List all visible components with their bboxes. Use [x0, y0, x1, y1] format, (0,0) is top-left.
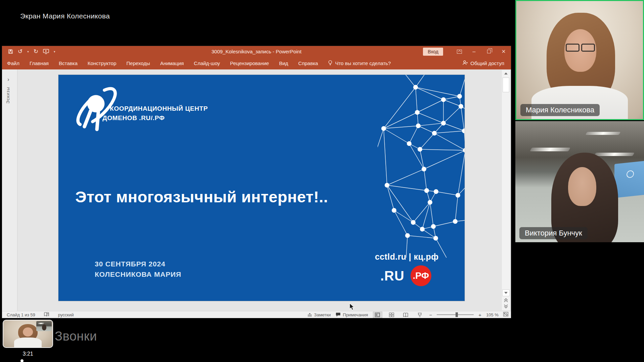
zoom-slider-thumb[interactable]: [456, 312, 458, 317]
sign-in-button[interactable]: Вход: [423, 48, 443, 56]
notes-label: Заметки: [314, 312, 331, 317]
tab-slideshow[interactable]: Слайд-шоу: [189, 57, 225, 69]
ceiling-light: [594, 153, 635, 156]
tab-help[interactable]: Справка: [293, 57, 323, 69]
thumbnail-inset-video: [36, 321, 52, 331]
lightbulb-icon: [328, 60, 333, 67]
zoom-slider[interactable]: [437, 314, 474, 315]
tab-animations[interactable]: Анимация: [155, 57, 189, 69]
slide-canvas[interactable]: КООРДИНАЦИОННЫЙ ЦЕНТР ДОМЕНОВ .RU/.РФ Эт…: [58, 75, 465, 301]
glasses: [566, 44, 595, 52]
redo-icon[interactable]: ↻: [34, 49, 38, 54]
person-icon: [462, 60, 468, 66]
undo-dropdown-icon[interactable]: ▾: [27, 50, 29, 53]
thumbnail-torso: [14, 338, 42, 348]
save-icon[interactable]: [8, 49, 13, 54]
tab-file[interactable]: Файл: [2, 57, 25, 69]
language-indicator[interactable]: русский: [58, 312, 74, 317]
spellcheck-icon[interactable]: [44, 312, 49, 318]
tab-view[interactable]: Вид: [274, 57, 293, 69]
slide-date-author: 30 СЕНТЯБРЯ 2024 КОЛЕСНИКОВА МАРИЯ: [95, 259, 181, 279]
participant-video-viktoria[interactable]: Виктория Бунчук: [515, 121, 644, 242]
comments-label: Примечания: [343, 312, 368, 317]
zoom-in-button[interactable]: +: [478, 312, 481, 318]
tell-me-label: Что вы хотите сделать?: [335, 60, 391, 66]
thumbnails-pane-label: Эскизы: [5, 87, 10, 104]
blue-banner: [614, 161, 644, 198]
screen-share-title: Экран Мария Колесникова: [20, 12, 110, 20]
status-bar: Слайд 1 из 59 русский Заметки Примечания: [2, 311, 511, 318]
participant-video-maria[interactable]: Мария Колесникова: [515, 0, 644, 120]
call-duration: 3:21: [0, 351, 56, 357]
undo-icon[interactable]: ↺: [18, 49, 23, 54]
logo-text-line1: КООРДИНАЦИОННЫЙ ЦЕНТР: [110, 105, 208, 112]
next-slide-icon[interactable]: [504, 304, 508, 308]
page-indicator-dot: [20, 359, 24, 362]
close-button[interactable]: ×: [496, 46, 511, 57]
tab-home[interactable]: Главная: [25, 57, 54, 69]
start-slideshow-icon[interactable]: [43, 49, 49, 54]
ribbon-display-options-button[interactable]: [452, 46, 467, 57]
ribbon-tab-bar: Файл Главная Вставка Конструктор Переход…: [2, 57, 511, 69]
thumbnail-face: [23, 327, 33, 337]
share-label: Общий доступ: [470, 60, 504, 66]
slide-counter[interactable]: Слайд 1 из 59: [7, 312, 35, 317]
slide-websites: cctld.ru | кц.рф: [375, 252, 439, 262]
participant-name-label: Виктория Бунчук: [519, 227, 588, 239]
previous-slide-icon[interactable]: [504, 298, 508, 302]
tell-me-search[interactable]: Что вы хотите сделать?: [323, 60, 396, 67]
slide-date: 30 СЕНТЯБРЯ 2024: [95, 259, 181, 269]
qat-customize-icon[interactable]: ▾: [54, 50, 55, 53]
zoom-level[interactable]: 105 %: [486, 312, 499, 317]
comments-toggle[interactable]: Примечания: [336, 312, 368, 317]
tab-transitions[interactable]: Переходы: [121, 57, 155, 69]
call-preview-thumbnail[interactable]: [3, 320, 53, 348]
restore-button[interactable]: [481, 46, 496, 57]
participant-name-label: Мария Колесникова: [520, 104, 600, 116]
slideshow-view-button[interactable]: [415, 312, 425, 318]
titlebar: ↺ ▾ ↻ ▾ 3009_Kolesnikova_запись - PowerP…: [2, 46, 511, 57]
calls-app-title: Звонки: [55, 329, 97, 344]
reading-view-button[interactable]: [401, 312, 411, 318]
tld-rf-badge: .РФ: [411, 265, 431, 286]
share-button[interactable]: Общий доступ: [462, 60, 511, 66]
ceiling-light: [585, 132, 620, 135]
expand-pane-chevron-icon[interactable]: ›: [7, 76, 9, 83]
minimize-button[interactable]: –: [467, 46, 481, 57]
logo-text-line2: ДОМЕНОВ .RU/.РФ: [102, 114, 165, 122]
ceiling-light: [530, 148, 570, 151]
thumbnails-pane-collapsed[interactable]: › Эскизы: [2, 69, 17, 311]
notes-toggle[interactable]: Заметки: [307, 312, 331, 317]
scroll-up-icon[interactable]: [502, 70, 510, 77]
powerpoint-window: ↺ ▾ ↻ ▾ 3009_Kolesnikova_запись - PowerP…: [2, 46, 511, 318]
network-mesh-graphic: [378, 75, 465, 276]
quick-access-toolbar: ↺ ▾ ↻ ▾: [2, 49, 55, 54]
scroll-down-icon[interactable]: [502, 290, 510, 296]
vertical-scrollbar[interactable]: [502, 70, 510, 310]
document-area: › Эскизы КООРДИНАЦИОННЫЙ ЦЕНТР ДОМЕНОВ .…: [2, 69, 511, 311]
participant-face: [568, 167, 596, 206]
normal-view-button[interactable]: [373, 312, 382, 318]
slide-author: КОЛЕСНИКОВА МАРИЯ: [95, 269, 181, 279]
zoom-out-button[interactable]: −: [429, 312, 432, 318]
tab-design[interactable]: Конструктор: [83, 57, 122, 69]
tld-logos: .RU .РФ: [380, 265, 431, 286]
tab-insert[interactable]: Вставка: [54, 57, 83, 69]
scrollbar-thumb[interactable]: [503, 77, 509, 92]
tab-review[interactable]: Рецензирование: [225, 57, 274, 69]
fit-to-window-icon[interactable]: [503, 312, 508, 317]
tld-ru-logo: .RU: [380, 268, 404, 283]
slide-title: Этот многоязычный интернет!..: [75, 188, 328, 206]
slide-sorter-view-button[interactable]: [387, 312, 396, 318]
